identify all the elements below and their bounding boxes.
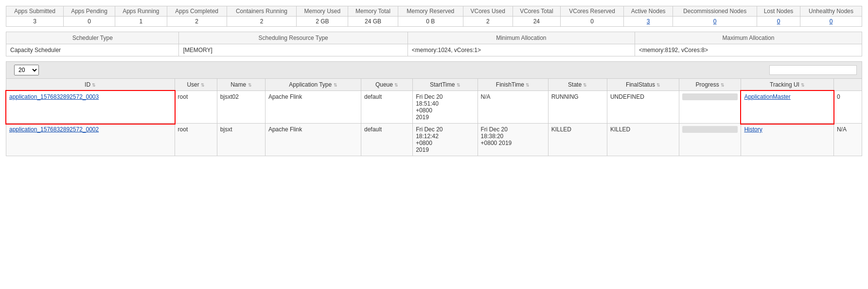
apps-column-header[interactable]: Name ⇅ — [217, 79, 265, 91]
cluster-metric-header: Active Nodes — [624, 6, 673, 17]
app-id-cell: application_1576832892572_0003 — [6, 91, 175, 124]
apps-column-header[interactable]: StartTime ⇅ — [413, 79, 478, 91]
cluster-metric-header: Memory Used — [297, 6, 348, 17]
table-row: application_1576832892572_0003rootbjsxt0… — [6, 91, 862, 124]
cluster-metric-link[interactable]: 0 — [777, 18, 780, 25]
app-tracking-ui-cell: History — [741, 124, 834, 156]
app-name: bjsxt — [217, 124, 265, 156]
cluster-metric-header: Containers Running — [227, 6, 297, 17]
sort-icon: ⇅ — [721, 83, 725, 88]
apps-column-header — [833, 79, 862, 91]
app-state: RUNNING — [548, 91, 607, 124]
cluster-metric-header: Apps Running — [115, 6, 167, 17]
cluster-metric-header: Decommissioned Nodes — [673, 6, 757, 17]
cluster-metric-header: VCores Used — [463, 6, 513, 17]
apps-column-header[interactable]: Queue ⇅ — [361, 79, 413, 91]
apps-column-header[interactable]: Progress ⇅ — [679, 79, 741, 91]
app-progress — [679, 124, 741, 156]
cluster-metric-header: VCores Total — [513, 6, 560, 17]
apps-column-header[interactable]: State ⇅ — [548, 79, 607, 91]
cluster-metric-link[interactable]: 0 — [830, 18, 833, 25]
entries-select[interactable]: 10202550100 — [14, 65, 39, 75]
cluster-metric-link[interactable]: 0 — [713, 18, 717, 25]
cluster-metric-header: Unhealthy Nodes — [800, 6, 862, 17]
page-container: Apps SubmittedApps PendingApps RunningAp… — [0, 0, 868, 289]
sort-icon: ⇅ — [526, 83, 530, 88]
table-row: application_1576832892572_0002rootbjsxtA… — [6, 124, 862, 156]
scheduler-metric-value: [MEMORY] — [179, 44, 407, 56]
sort-icon: ⇅ — [201, 83, 205, 88]
app-tracking-ui-link[interactable]: ApplicationMaster — [744, 93, 790, 100]
scheduler-metric-value: Capacity Scheduler — [6, 44, 179, 56]
scheduler-metric-header: Scheduler Type — [6, 32, 179, 44]
apps-column-header[interactable]: ID ⇅ — [6, 79, 175, 91]
sort-icon: ⇅ — [248, 83, 252, 88]
sort-icon: ⇅ — [801, 83, 805, 88]
app-queue: default — [361, 124, 413, 156]
app-tracking-ui-cell: ApplicationMaster — [741, 91, 834, 124]
scheduler-metrics-table: Scheduler TypeScheduling Resource TypeMi… — [6, 32, 862, 56]
app-finish-time: Fri Dec 20 18:38:20 +0800 2019 — [478, 124, 548, 156]
cluster-metric-link[interactable]: 3 — [647, 18, 650, 25]
app-start-time: Fri Dec 20 18:51:40 +0800 2019 — [413, 91, 478, 124]
app-extra: 0 — [833, 91, 862, 124]
apps-column-header[interactable]: FinishTime ⇅ — [478, 79, 548, 91]
app-finish-time: N/A — [478, 91, 548, 124]
show-entries-control: 10202550100 — [11, 65, 42, 75]
app-id-link[interactable]: application_1576832892572_0002 — [9, 126, 99, 133]
app-start-time: Fri Dec 20 18:12:42 +0800 2019 — [413, 124, 478, 156]
app-state: KILLED — [548, 124, 607, 156]
cluster-metric-header: Memory Reserved — [398, 6, 463, 17]
apps-column-header[interactable]: FinalStatus ⇅ — [607, 79, 679, 91]
sort-icon: ⇅ — [394, 83, 398, 88]
sort-icon: ⇅ — [334, 83, 337, 88]
cluster-metric-header: Apps Submitted — [6, 6, 64, 17]
app-id-link[interactable]: application_1576832892572_0003 — [9, 93, 99, 100]
search-input[interactable] — [769, 65, 857, 75]
sort-icon: ⇅ — [457, 83, 461, 88]
app-final-status: KILLED — [607, 124, 679, 156]
cluster-metrics-table: Apps SubmittedApps PendingApps RunningAp… — [6, 6, 862, 27]
app-user: root — [175, 91, 217, 124]
scheduler-metric-header: Minimum Allocation — [407, 32, 635, 44]
app-tracking-ui-link[interactable]: History — [744, 126, 762, 133]
app-final-status: UNDEFINED — [607, 91, 679, 124]
scheduler-metric-value: <memory:8192, vCores:8> — [635, 44, 862, 56]
scheduler-metric-header: Scheduling Resource Type — [179, 32, 407, 44]
apps-column-header[interactable]: Tracking UI ⇅ — [741, 79, 834, 91]
sort-icon: ⇅ — [656, 83, 660, 88]
cluster-metric-header: Apps Pending — [64, 6, 115, 17]
app-name: bjsxt02 — [217, 91, 265, 124]
cluster-metric-header: Lost Nodes — [757, 6, 800, 17]
scheduler-metric-value: <memory:1024, vCores:1> — [407, 44, 635, 56]
app-type: Apache Flink — [265, 91, 361, 124]
app-user: root — [175, 124, 217, 156]
app-type: Apache Flink — [265, 124, 361, 156]
progress-bar-container — [682, 93, 738, 100]
sort-icon: ⇅ — [583, 83, 587, 88]
app-id-cell: application_1576832892572_0002 — [6, 124, 175, 156]
apps-column-header[interactable]: User ⇅ — [175, 79, 217, 91]
applications-table: ID ⇅User ⇅Name ⇅Application Type ⇅Queue … — [6, 78, 862, 156]
cluster-metric-header: Apps Completed — [167, 6, 227, 17]
sort-icon: ⇅ — [92, 83, 96, 88]
progress-bar-container — [682, 126, 738, 133]
app-extra: N/A — [833, 124, 862, 156]
app-progress — [679, 91, 741, 124]
search-area — [766, 65, 857, 75]
scheduler-metric-header: Maximum Allocation — [635, 32, 862, 44]
apps-column-header[interactable]: Application Type ⇅ — [265, 79, 361, 91]
app-queue: default — [361, 91, 413, 124]
table-controls: 10202550100 — [6, 61, 862, 78]
cluster-metric-header: VCores Reserved — [561, 6, 624, 17]
cluster-metric-header: Memory Total — [348, 6, 398, 17]
